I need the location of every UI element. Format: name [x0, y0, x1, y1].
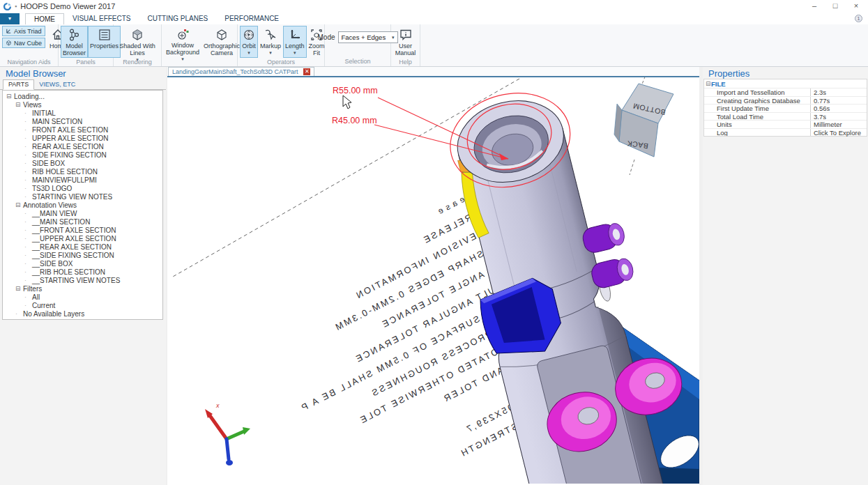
markup-button[interactable]: Markup ▾: [258, 26, 283, 58]
tree-item-label: Filters: [23, 285, 42, 293]
tree-connector: [24, 244, 32, 250]
window-background-button[interactable]: Window Background ▾: [164, 26, 201, 58]
dimension-label-r45[interactable]: R45.00 mm: [332, 116, 377, 125]
tree-item[interactable]: ⊟Annotation Views: [3, 201, 162, 209]
tree-item-label: Current: [32, 302, 55, 309]
tree-item[interactable]: __REAR AXLE SECTION: [3, 243, 162, 251]
tree-connector: [24, 227, 32, 233]
group-camera: Window Background ▾ Orthographic Camera: [162, 24, 238, 66]
property-value[interactable]: Click To Explore: [810, 129, 867, 137]
tree-item[interactable]: __MAIN VIEW: [3, 209, 162, 217]
tree-item[interactable]: SIDE FIXING SECTION: [3, 151, 162, 159]
tree-expander-icon[interactable]: ⊟: [15, 286, 23, 292]
tab-views-etc[interactable]: VIEWS, ETC: [34, 80, 80, 89]
nav-cube[interactable]: BOTTOM BACK: [614, 77, 673, 175]
tree-item[interactable]: TS3D LOGO: [3, 184, 162, 192]
axis-triad-button[interactable]: Axis Triad: [2, 26, 45, 36]
property-value[interactable]: 2.3s: [810, 88, 867, 96]
tree-item-label: FRONT AXLE SECTION: [32, 126, 108, 134]
model-browser-label: Model Browser: [63, 43, 86, 56]
viewport-canvas[interactable]: First releaseORIGINAL RELEASEVERSION REV…: [167, 77, 699, 484]
file-menu-button[interactable]: ▾: [0, 13, 20, 24]
tree-item-label: Loading...: [14, 93, 45, 100]
property-value[interactable]: 3.7s: [810, 113, 867, 121]
tree-item[interactable]: ⊟Views: [3, 100, 162, 109]
property-row: UnitsMillimeter: [704, 120, 867, 128]
group-help: User Manual Help: [391, 24, 420, 66]
tree-item-label: INITIAL: [32, 109, 56, 117]
tree-item-label: __SIDE FIXING SECTION: [32, 252, 114, 259]
tree-item-label: SIDE FIXING SECTION: [32, 151, 107, 159]
property-label: Import and Tessellation: [704, 88, 810, 96]
tree-item[interactable]: __STARTING VIEW NOTES: [3, 276, 162, 284]
tree-item[interactable]: No Available Layers: [3, 309, 162, 318]
maximize-button[interactable]: □: [825, 0, 846, 13]
length-button[interactable]: Length ▾: [283, 26, 307, 58]
properties-title: Properties: [703, 67, 868, 79]
tree-item[interactable]: __SIDE BOX: [3, 259, 162, 268]
chevron-down-icon: ▾: [294, 49, 296, 56]
tree-connector: [24, 294, 32, 300]
tree-expander-icon[interactable]: ⊟: [15, 102, 23, 108]
dimension-label-r55[interactable]: R55.00 mm: [333, 86, 378, 95]
titlebar: ▪ HOOPS Demo Viewer 2017 – □ ×: [0, 0, 868, 13]
model-browser-button[interactable]: Model Browser: [61, 26, 88, 58]
tree-item-label: __UPPER AXLE SECTION: [32, 235, 116, 243]
tree-item[interactable]: __SIDE FIXING SECTION: [3, 251, 162, 259]
selection-mode-dropdown[interactable]: Faces + Edges ▾: [338, 31, 398, 43]
tree-item[interactable]: __MAIN SECTION: [3, 217, 162, 226]
tab-performance[interactable]: PERFORMANCE: [216, 13, 287, 24]
tree-item[interactable]: All: [3, 293, 162, 301]
tree-item[interactable]: __UPPER AXLE SECTION: [3, 234, 162, 243]
tab-cutting-planes[interactable]: CUTTING PLANES: [139, 13, 217, 24]
tree-item-label: RIB HOLE SECTION: [32, 168, 98, 176]
collapse-icon[interactable]: ⊟: [704, 80, 711, 87]
tree-item[interactable]: STARTING VIEW NOTES: [3, 192, 162, 201]
tree-connector: [24, 210, 32, 217]
tree-connector: [24, 152, 32, 158]
tree-item[interactable]: __FRONT AXLE SECTION: [3, 226, 162, 234]
orbit-button[interactable]: Orbit ▾: [240, 26, 258, 58]
user-manual-icon: [399, 27, 413, 42]
tree-item[interactable]: INITIAL: [3, 109, 162, 117]
property-value[interactable]: 0.56s: [810, 105, 867, 112]
property-value[interactable]: 0.77s: [810, 97, 867, 105]
tree-item-label: TS3D LOGO: [32, 185, 72, 192]
tree-item[interactable]: UPPER AXLE SECTION: [3, 134, 162, 142]
window-controls: – □ ×: [804, 0, 867, 13]
tree-item[interactable]: REAR AXLE SECTION: [3, 142, 162, 151]
tree-item[interactable]: __RIB HOLE SECTION: [3, 268, 162, 276]
property-value[interactable]: Millimeter: [810, 121, 867, 128]
tree-connector: [24, 277, 32, 284]
minimize-button[interactable]: –: [804, 0, 825, 13]
user-manual-button[interactable]: User Manual: [393, 26, 418, 58]
tree-item[interactable]: ⊟Loading...: [3, 92, 162, 100]
tree-item[interactable]: FRONT AXLE SECTION: [3, 125, 162, 134]
nav-cube-label: Nav Cube: [14, 40, 42, 47]
axis-triad-label: Axis Triad: [14, 28, 42, 35]
property-label: First Update Time: [704, 105, 810, 112]
tree-item[interactable]: Current: [3, 301, 162, 309]
shaded-with-lines-button[interactable]: Shaded With Lines ▾: [116, 26, 159, 58]
nav-cube-button[interactable]: Nav Cube: [2, 38, 45, 48]
nav-cube-icon: [6, 40, 12, 46]
axis-triad-icon: [6, 28, 12, 34]
close-button[interactable]: ×: [846, 0, 867, 13]
tab-visual-effects[interactable]: VISUAL EFFECTS: [64, 13, 139, 24]
orthographic-camera-button[interactable]: Orthographic Camera: [201, 26, 242, 58]
tree-item[interactable]: SIDE BOX: [3, 159, 162, 167]
tree-connector: [24, 269, 32, 275]
viewport-tab[interactable]: LandingGearMainShaft_TechSoft3D CATPart …: [168, 67, 314, 76]
tab-home[interactable]: HOME: [25, 13, 64, 24]
tree-item[interactable]: MAINVIEWFULLPMI: [3, 176, 162, 184]
notification-badge[interactable]: 1: [855, 15, 862, 22]
tree-expander-icon[interactable]: ⊟: [15, 202, 23, 208]
tab-parts[interactable]: PARTS: [3, 79, 34, 90]
tree-item[interactable]: RIB HOLE SECTION: [3, 167, 162, 176]
properties-section-row[interactable]: ⊟ FILE: [704, 79, 867, 88]
tree-expander-icon[interactable]: ⊟: [6, 93, 14, 100]
tree-item[interactable]: ⊟Filters: [3, 284, 162, 293]
close-icon[interactable]: ✕: [303, 68, 310, 75]
tree-item[interactable]: MAIN SECTION: [3, 117, 162, 125]
tree-connector: [24, 118, 32, 125]
